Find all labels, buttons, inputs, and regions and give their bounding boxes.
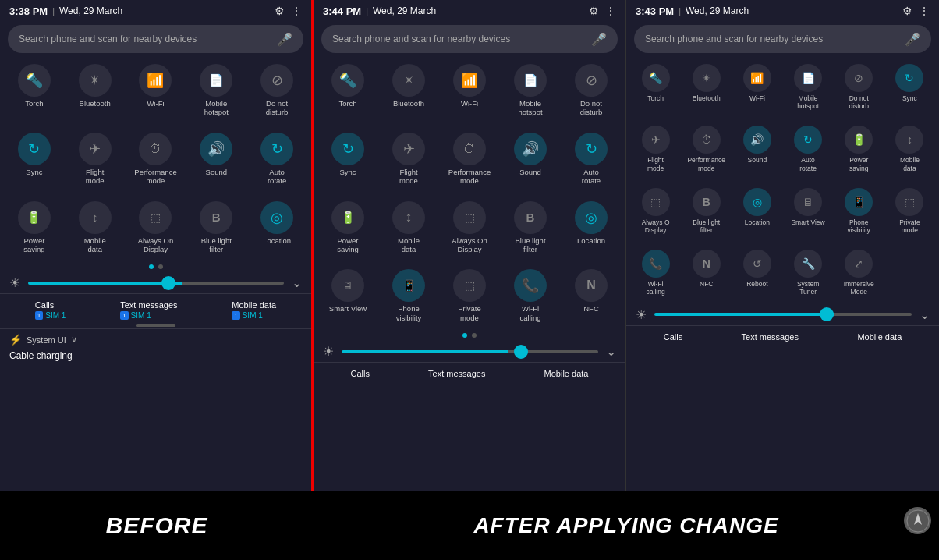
date-after2: Wed, 29 March: [686, 5, 749, 16]
settings-icon-after1[interactable]: ⚙: [589, 5, 599, 17]
qs-bluelight-before[interactable]: B Blue lightfilter: [186, 197, 246, 259]
qs-dnd-a1[interactable]: ⊘ Do notdisturb: [562, 59, 621, 122]
mic-icon-after1[interactable]: 🎤: [591, 32, 607, 47]
qs-wifi-a1[interactable]: 📶 Wi-Fi: [440, 59, 499, 122]
search-bar-after1[interactable]: Search phone and scan for nearby devices…: [321, 25, 618, 53]
qs-loc-a2[interactable]: ◎ Location: [732, 183, 781, 239]
brightness-after1: ☀ ⌄: [314, 341, 625, 362]
qs-wificall-a1[interactable]: 📞 Wi-Ficalling: [501, 264, 560, 327]
qs-nfc-a1[interactable]: N NFC: [562, 264, 621, 327]
dot1-after1: [462, 333, 467, 338]
qs-blue-a2[interactable]: B Blue lightfilter: [682, 183, 731, 239]
qs-private-a2[interactable]: ⬚ Privatemode: [885, 183, 934, 239]
qs-flight-a2[interactable]: ✈ Flightmode: [631, 121, 680, 176]
qs-power-before[interactable]: 🔋 Powersaving: [5, 197, 64, 259]
qs-perf-a2[interactable]: ⏱ Performancemode: [682, 121, 731, 176]
mic-icon-before[interactable]: 🎤: [277, 32, 292, 47]
qs-hotspot-before[interactable]: 📄 Mobilehotspot: [186, 59, 246, 122]
menu-icon-after1[interactable]: ⋮: [605, 5, 616, 17]
qs-sound-a2[interactable]: 🔊 Sound: [732, 121, 781, 176]
qs-wifi-a2[interactable]: 📶 Wi-Fi: [732, 59, 781, 115]
qs-grid3-before: 🔋 Powersaving ↕ Mobiledata ⬚ Always OnDi…: [0, 193, 311, 262]
qs-wifi-before[interactable]: 📶 Wi-Fi: [126, 59, 186, 122]
expand-icon-before[interactable]: ⌄: [292, 275, 302, 290]
status-left-after2: 3:43 PM | Wed, 29 March: [636, 5, 749, 17]
bottom-info-before: Calls 1 SIM 1 Text messages 1 SIM 1 Mobi…: [0, 293, 311, 323]
qs-hotspot-a1[interactable]: 📄 Mobilehotspot: [501, 59, 560, 122]
qs-immersive-a2[interactable]: ⤢ ImmersiveMode: [834, 245, 884, 300]
perf-icon-before: ⏱: [139, 133, 172, 165]
qs-torch-before[interactable]: 🔦 Torch: [5, 59, 64, 122]
settings-icon-after2[interactable]: ⚙: [902, 5, 912, 17]
qs-phonevis-a2[interactable]: 📱 Phonevisibility: [834, 183, 884, 239]
brightness-slider-after2[interactable]: [654, 313, 912, 316]
qs-mobiledata-before[interactable]: ↕ Mobiledata: [66, 197, 125, 259]
qs-sync-a1[interactable]: ↻ Sync: [318, 128, 377, 190]
qs-nfc-a2[interactable]: N NFC: [682, 245, 731, 300]
qs-sync-a2[interactable]: ↻ Sync: [885, 59, 934, 115]
menu-icon-after2[interactable]: ⋮: [919, 5, 930, 17]
qs-rotate-a2[interactable]: ↻ Autorotate: [784, 121, 833, 176]
expand-icon-after2[interactable]: ⌄: [920, 307, 930, 322]
qs-flight-before[interactable]: ✈ Flightmode: [66, 128, 125, 190]
expand-icon-after1[interactable]: ⌄: [606, 344, 616, 359]
qs-systemtuner-a2[interactable]: 🔧 SystemTuner: [784, 245, 833, 300]
mk-logo-svg: [906, 509, 930, 533]
qs-perf-a1[interactable]: ⏱ Performancemode: [440, 128, 499, 190]
qs-flight-a1[interactable]: ✈ Flightmode: [379, 128, 438, 190]
qs-sync-before[interactable]: ↻ Sync: [5, 128, 64, 190]
qs-rotate-a1[interactable]: ↻ Autorotate: [562, 128, 621, 190]
brightness-thumb-after1: [514, 345, 528, 359]
data-label-after2: Mobile data: [857, 332, 902, 342]
mobiledata-icon-before: ↕: [79, 201, 112, 234]
menu-icon-before[interactable]: ⋮: [291, 5, 302, 17]
settings-icon-before[interactable]: ⚙: [275, 5, 285, 17]
qs-smartview-a1[interactable]: 🖥 Smart View: [318, 264, 377, 327]
qs-torch-a1[interactable]: 🔦 Torch: [318, 59, 377, 122]
qs-powersave-a2[interactable]: 🔋 Powersaving: [834, 121, 884, 176]
charging-text-before: Cable charging: [0, 350, 311, 361]
status-bar-before: 3:38 PM | Wed, 29 March ⚙ ⋮: [0, 0, 311, 22]
qs-perf-before[interactable]: ⏱ Performancemode: [126, 128, 186, 190]
qs-bluetooth-before[interactable]: ✴ Bluetooth: [66, 59, 125, 122]
qs-power-a1[interactable]: 🔋 Powersaving: [318, 197, 377, 259]
qs-grid2-after1: ↻ Sync ✈ Flightmode ⏱ Performancemode 🔊 …: [314, 125, 625, 193]
dot2-before: [158, 264, 163, 269]
data-info-after2: Mobile data: [857, 332, 902, 342]
search-bar-after2[interactable]: Search phone and scan for nearby devices…: [634, 25, 931, 53]
data-info-after1: Mobile data: [544, 369, 589, 378]
qs-blue-a1[interactable]: B Blue lightfilter: [501, 197, 560, 259]
qs-rotate-before[interactable]: ↻ Autorotate: [247, 128, 307, 190]
qs-hotspot-a2[interactable]: 📄 Mobilehotspot: [784, 59, 833, 115]
qs-aod-before[interactable]: ⬚ Always OnDisplay: [126, 197, 186, 259]
qs-dnd-a2[interactable]: ⊘ Do notdisturb: [834, 59, 884, 115]
rotate-icon-before: ↻: [260, 133, 293, 165]
sound-icon-before: 🔊: [200, 133, 232, 165]
qs-dnd-before[interactable]: ⊘ Do notdisturb: [247, 59, 307, 122]
qs-aod-a1[interactable]: ⬚ Always OnDisplay: [440, 197, 499, 259]
qs-reboot-a2[interactable]: ↺ Reboot: [732, 245, 781, 300]
qs-aod-a2[interactable]: ⬚ Always ODisplay: [631, 183, 680, 239]
mic-icon-after2[interactable]: 🎤: [905, 32, 920, 47]
qs-sound-a1[interactable]: 🔊 Sound: [501, 128, 560, 190]
qs-mdata-a1[interactable]: ↕ Mobiledata: [379, 197, 438, 259]
texts-label-after2: Text messages: [742, 332, 799, 342]
qs-loc-a1[interactable]: ◎ Location: [562, 197, 621, 259]
status-left-before: 3:38 PM | Wed, 29 March: [9, 5, 122, 17]
qs-wificall-a2[interactable]: 📞 Wi-Ficalling: [631, 245, 680, 300]
search-bar-before[interactable]: Search phone and scan for nearby devices…: [8, 25, 303, 53]
qs-mdata-a2[interactable]: ↕ Mobiledata: [885, 121, 934, 176]
qs-location-before[interactable]: ◎ Location: [247, 197, 307, 259]
qs-phonevis-a1[interactable]: 📱 Phonevisibility: [379, 264, 438, 327]
brightness-slider-before[interactable]: [28, 282, 284, 285]
qs-smartview-a2[interactable]: 🖥 Smart View: [784, 183, 833, 239]
qs-bluetooth-a2[interactable]: ✴ Bluetooth: [682, 59, 731, 115]
qs-private-a1[interactable]: ⬚ Privatemode: [440, 264, 499, 327]
qs-grid3-after2: ⬚ Always ODisplay B Blue lightfilter ◎ L…: [626, 180, 939, 242]
bottom-info-after2: Calls Text messages Mobile data: [626, 325, 939, 345]
qs-bluetooth-a1[interactable]: ✴ Bluetooth: [379, 59, 438, 122]
qs-sound-before[interactable]: 🔊 Sound: [186, 128, 246, 190]
qs-torch-a2[interactable]: 🔦 Torch: [631, 59, 680, 115]
main-container: 3:38 PM | Wed, 29 March ⚙ ⋮ Search phone…: [0, 0, 939, 560]
brightness-slider-after1[interactable]: [342, 350, 598, 353]
